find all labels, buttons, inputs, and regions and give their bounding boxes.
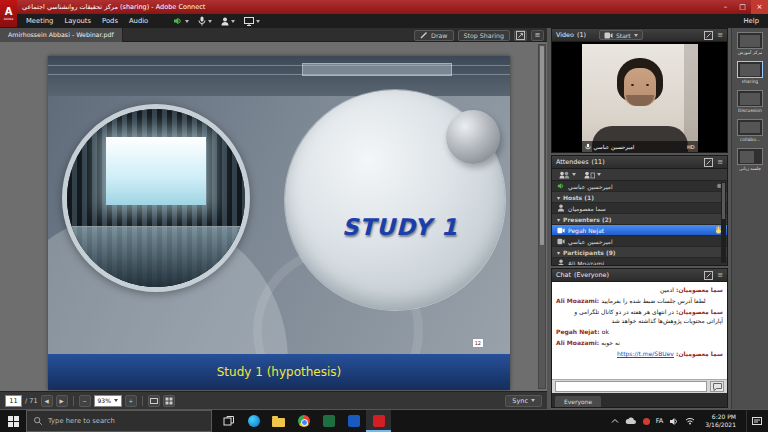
draw-button[interactable]: Draw [414, 30, 453, 41]
tray-expand-icon[interactable] [611, 418, 619, 424]
zoom-out-button[interactable]: − [79, 395, 91, 407]
taskbar-clock[interactable]: 6:20 PM 3/16/2021 [701, 413, 740, 429]
pod-options-button[interactable]: ≡ [531, 30, 544, 41]
expand-icon[interactable] [704, 31, 713, 40]
zoom-level-select[interactable]: 93% [94, 395, 122, 407]
fit-width-button[interactable] [148, 395, 160, 407]
group-header-participants[interactable]: ▾ Participants (9) [552, 247, 727, 258]
document-scrollbar[interactable] [538, 44, 546, 389]
layout-item[interactable]: جلسه زبانی [733, 148, 767, 171]
chat-input[interactable] [555, 381, 707, 392]
chat-message: Ali Moazamiنه خوبه [556, 338, 723, 347]
chevron-down-icon[interactable] [208, 20, 212, 23]
attendees-scrollbar[interactable] [721, 182, 726, 263]
sync-toggle[interactable]: Sync [505, 395, 542, 407]
chrome-app[interactable] [291, 410, 316, 432]
raise-hand-status[interactable] [221, 17, 235, 26]
minimize-button[interactable]: – [717, 0, 734, 14]
edge-app[interactable] [241, 410, 266, 432]
task-view-button[interactable] [216, 410, 241, 432]
next-page-button[interactable]: ▶ [56, 395, 68, 407]
scrollbar-thumb[interactable] [540, 46, 544, 245]
group-header-presenters[interactable]: ▾ Presenters (2) [552, 214, 727, 225]
layout-thumbnail[interactable] [737, 61, 763, 78]
group-header-hosts[interactable]: ▾ Hosts (1) [552, 192, 727, 203]
layout-thumbnail[interactable] [737, 32, 763, 49]
layout-thumbnail[interactable] [737, 119, 763, 136]
slide-page: STUDY 1 12 Study 1 (hypothesis) [48, 56, 510, 390]
zoom-in-button[interactable]: + [125, 395, 137, 407]
screen-share-control[interactable] [244, 17, 260, 26]
file-explorer-app[interactable] [266, 410, 291, 432]
volume-icon[interactable] [669, 417, 679, 426]
attendee-row[interactable]: اميرحسين عباسي [552, 236, 727, 247]
layout-thumbnail[interactable] [737, 90, 763, 107]
network-icon[interactable] [685, 417, 695, 425]
start-button[interactable] [0, 410, 26, 432]
layout-item-discussion[interactable]: Discussion [733, 90, 767, 113]
attendees-pod-controls: ≡ [704, 158, 723, 167]
thumb-block [749, 93, 760, 105]
speaker-toggle[interactable] [173, 16, 189, 26]
onedrive-icon[interactable] [625, 417, 637, 425]
menu-layouts[interactable]: Layouts [64, 17, 91, 25]
layout-bar: مرکز آموزش sharing Discussion collabo...… [731, 28, 768, 409]
maximize-button[interactable]: □ [734, 0, 751, 14]
chat-message: سما معصوميانhttps://t.me/SBUev [556, 349, 723, 358]
menu-help[interactable]: Help [744, 14, 760, 28]
layout-item-sharing[interactable]: sharing [733, 61, 767, 84]
close-button[interactable]: × [751, 0, 768, 14]
active-speaker-row[interactable]: اميرحسين عباسي ⊗ [552, 181, 727, 192]
menu-meeting[interactable]: Meeting [26, 17, 53, 25]
adobe-connect-app[interactable] [366, 410, 391, 432]
prev-page-button[interactable]: ◀ [41, 395, 53, 407]
chevron-down-icon[interactable] [231, 20, 235, 23]
breakout-room-button[interactable] [584, 171, 601, 179]
scrollbar-thumb[interactable] [722, 183, 725, 219]
menu-audio[interactable]: Audio [129, 17, 148, 25]
document-toolbar: 11 / 71 ◀ ▶ − 93% + Sync [0, 391, 547, 409]
attendees-list: اميرحسين عباسي ⊗ ▾ Hosts (1) سما معصوميا… [552, 181, 727, 265]
expand-icon[interactable] [704, 271, 713, 280]
pod-menu-icon[interactable]: ≡ [717, 158, 723, 166]
system-tray: FA 6:20 PM 3/16/2021 [611, 410, 768, 432]
chevron-down-icon[interactable] [185, 20, 189, 23]
start-webcam-button[interactable]: Start [599, 30, 643, 40]
taskbar-search[interactable]: Type here to search [26, 410, 212, 432]
slide-title: STUDY 1 [310, 214, 490, 240]
page-number-input[interactable]: 11 [5, 395, 22, 407]
expand-icon[interactable] [704, 158, 713, 167]
attendee-row[interactable]: سما معصوميان [552, 203, 727, 214]
tab-everyone[interactable]: Everyone [555, 396, 601, 407]
menu-pods[interactable]: Pods [102, 17, 118, 25]
layout-thumbnail[interactable] [737, 148, 763, 165]
app-tray-icon[interactable] [643, 418, 650, 425]
pod-menu-icon[interactable]: ≡ [717, 31, 723, 39]
action-center-button[interactable] [746, 410, 766, 432]
document-tab[interactable]: Amirhossein Abbasi - Webinar.pdf [0, 28, 123, 42]
search-placeholder: Type here to search [48, 417, 115, 425]
chat-link[interactable]: https://t.me/SBUev [617, 350, 674, 357]
fit-page-button[interactable] [163, 395, 175, 407]
disclosure-icon[interactable]: ▾ [557, 216, 560, 223]
excel-app[interactable] [316, 410, 341, 432]
chat-pod: Chat (Everyone) ≡ سما معصوميانادمین Ali … [551, 268, 728, 408]
layout-item-collaboration[interactable]: collabo... [733, 119, 767, 142]
attendee-view-button[interactable] [559, 171, 576, 179]
disclosure-icon[interactable]: ▾ [557, 194, 560, 201]
disclosure-icon[interactable]: ▾ [557, 249, 560, 256]
attendee-row-selected[interactable]: Pegah Nejat [552, 225, 727, 236]
layout-item[interactable]: مرکز آموزش [733, 32, 767, 55]
decor-rect [302, 63, 452, 76]
microphone-toggle[interactable] [198, 16, 212, 26]
date: 3/16/2021 [705, 421, 736, 429]
language-indicator[interactable]: FA [656, 417, 664, 425]
chat-input-row [552, 379, 727, 393]
word-app[interactable] [341, 410, 366, 432]
stop-sharing-button[interactable]: Stop Sharing [458, 30, 511, 41]
chevron-down-icon[interactable] [256, 20, 260, 23]
attendee-row[interactable]: Ali Moazami [552, 258, 727, 265]
fullscreen-button[interactable] [514, 30, 527, 41]
send-message-button[interactable] [710, 381, 724, 392]
pod-menu-icon[interactable]: ≡ [717, 271, 723, 279]
